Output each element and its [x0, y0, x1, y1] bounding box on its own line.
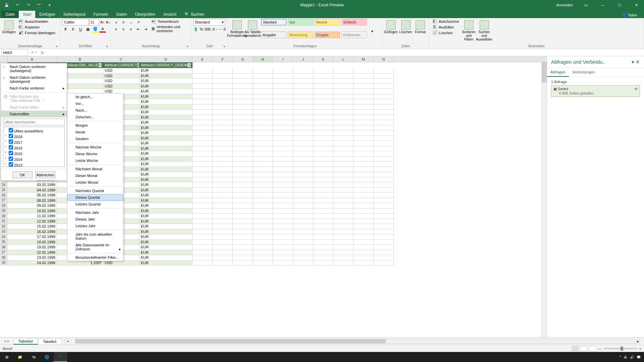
cell[interactable] — [213, 99, 233, 105]
cell[interactable] — [313, 157, 333, 162]
col-header[interactable]: L — [333, 56, 354, 62]
cell[interactable] — [374, 130, 394, 136]
add-sheet-button[interactable]: + — [64, 338, 71, 345]
cell[interactable] — [193, 136, 213, 141]
row-header[interactable]: 36 — [0, 245, 7, 250]
cell[interactable] — [313, 68, 333, 73]
cell[interactable] — [253, 255, 273, 260]
cell[interactable]: EUR — [140, 68, 193, 73]
cell[interactable] — [213, 193, 233, 198]
zoom-in-button[interactable]: + — [639, 347, 641, 351]
cell[interactable] — [213, 78, 233, 84]
qat-dropdown-icon[interactable]: ▾ — [46, 1, 54, 9]
qat-camera-icon[interactable]: 📷 — [35, 1, 43, 9]
cell[interactable]: EUR — [140, 99, 193, 105]
dec-decimal-icon[interactable]: ←.0 — [219, 26, 226, 33]
cell[interactable] — [193, 245, 213, 250]
cell[interactable]: EUR — [140, 208, 193, 214]
ok-button[interactable]: OK — [12, 171, 33, 178]
cell[interactable] — [374, 214, 394, 219]
cell[interactable] — [273, 203, 293, 208]
cell[interactable] — [313, 78, 333, 84]
copy-button[interactable]: ⎘Kopieren — [17, 24, 57, 30]
cell[interactable] — [293, 250, 313, 255]
cell[interactable] — [354, 172, 374, 177]
format-cells-button[interactable]: Format — [414, 19, 427, 44]
cell[interactable] — [374, 99, 394, 105]
cell[interactable]: EUR — [140, 94, 193, 100]
cell[interactable] — [293, 157, 313, 162]
cell[interactable] — [374, 260, 394, 266]
col-header[interactable]: M — [354, 56, 374, 62]
tree-year-item[interactable]: + 2014 — [4, 156, 64, 162]
cell[interactable] — [273, 198, 293, 203]
vertical-scrollbar[interactable] — [541, 62, 547, 337]
cell[interactable] — [213, 141, 233, 146]
cell[interactable] — [193, 240, 213, 245]
cell[interactable] — [313, 234, 333, 240]
zoom-out-button[interactable]: — — [598, 347, 602, 351]
cell[interactable] — [293, 260, 313, 266]
cell[interactable] — [213, 250, 233, 255]
cell[interactable] — [374, 177, 394, 183]
cell[interactable] — [354, 146, 374, 152]
cell[interactable]: 12.02.1999 — [7, 219, 57, 224]
cell[interactable] — [313, 141, 333, 146]
cell[interactable] — [233, 120, 253, 125]
shrink-font-icon[interactable]: A↓ — [106, 19, 111, 25]
tab-formeln[interactable]: Formeln — [90, 11, 112, 18]
cell[interactable] — [273, 115, 293, 120]
cell[interactable] — [313, 73, 333, 79]
row-header[interactable]: 28 — [0, 203, 7, 208]
col-header[interactable]: H — [253, 56, 273, 62]
align-launcher-icon[interactable]: ⬊ — [186, 45, 189, 48]
cell[interactable] — [253, 240, 273, 245]
paste-button[interactable]: Einfügen — [2, 19, 16, 44]
submenu-item[interactable]: Nächste Woche — [67, 144, 123, 150]
cell[interactable] — [354, 177, 374, 183]
tray-volume-icon[interactable]: 🔊 — [630, 355, 634, 359]
cell[interactable] — [374, 115, 394, 120]
date-filter-item[interactable]: Datumsfilter▸ — [1, 111, 67, 117]
row-header[interactable]: 30 — [0, 214, 7, 219]
cell[interactable] — [273, 136, 293, 141]
submenu-item[interactable]: Letzter Monat — [67, 179, 123, 186]
cell[interactable] — [233, 151, 253, 157]
cell[interactable] — [293, 193, 313, 198]
cell[interactable] — [354, 255, 374, 260]
submenu-item[interactable]: Vor... — [67, 100, 123, 107]
cell[interactable] — [354, 260, 374, 266]
col-header[interactable]: F — [213, 56, 233, 62]
cell[interactable] — [333, 193, 354, 198]
cell[interactable] — [193, 157, 213, 162]
cell[interactable] — [233, 68, 253, 73]
tab-start[interactable]: Start — [19, 11, 35, 18]
query-refresh-icon[interactable]: ⟳ — [635, 87, 638, 91]
tree-year-item[interactable]: + 2015 — [4, 150, 64, 156]
submenu-item[interactable]: Letztes Jahr — [67, 223, 123, 229]
cell[interactable] — [333, 167, 354, 172]
cell[interactable]: EUR — [140, 73, 193, 79]
cell[interactable] — [333, 73, 354, 79]
cell[interactable] — [193, 99, 213, 105]
cell[interactable]: 09.02.1999 — [7, 203, 57, 208]
cell[interactable] — [374, 162, 394, 167]
row-header[interactable]: 35 — [0, 240, 7, 245]
submenu-item[interactable]: Jahr bis zum aktuellen Datum — [67, 231, 123, 242]
cell[interactable] — [293, 234, 313, 240]
cell[interactable] — [333, 120, 354, 125]
cell[interactable] — [193, 193, 213, 198]
cell[interactable] — [293, 136, 313, 141]
cell[interactable] — [253, 120, 273, 125]
submenu-item[interactable]: Benutzerdefinierter Filter... — [67, 254, 123, 261]
styles-more-icon[interactable]: ▾ — [369, 28, 376, 35]
cell[interactable] — [213, 157, 233, 162]
cell[interactable] — [333, 172, 354, 177]
cell[interactable] — [333, 146, 354, 152]
cell[interactable] — [213, 224, 233, 229]
cell[interactable] — [233, 255, 253, 260]
cell[interactable] — [354, 188, 374, 193]
cell[interactable] — [313, 255, 333, 260]
cell[interactable] — [354, 99, 374, 105]
cell[interactable] — [193, 255, 213, 260]
